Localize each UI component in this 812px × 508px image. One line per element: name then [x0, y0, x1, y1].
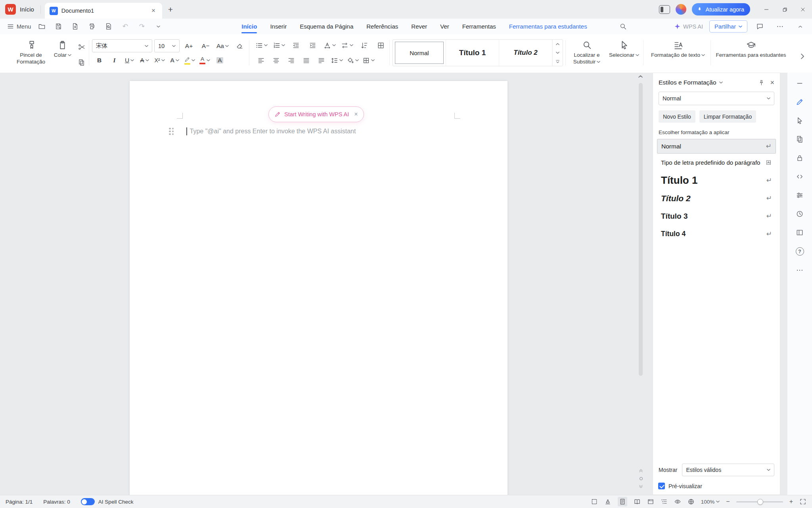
character-spacing-button[interactable]: [322, 39, 337, 51]
restore-button[interactable]: [776, 0, 794, 19]
tab-referencias[interactable]: Referências: [366, 19, 398, 34]
close-window-button[interactable]: [794, 0, 812, 19]
minimize-button[interactable]: [757, 0, 776, 19]
collapse-sidebar-icon[interactable]: [796, 79, 804, 87]
previous-page-icon[interactable]: [638, 468, 643, 473]
save-button[interactable]: [51, 21, 66, 32]
style-titulo-1[interactable]: Título 1: [446, 40, 499, 66]
collapse-ribbon-button[interactable]: [793, 21, 808, 32]
read-mode-button[interactable]: [634, 498, 641, 505]
paragraph-row[interactable]: Type "@ai" and press Enter to invoke the…: [169, 127, 356, 135]
shrink-font-button[interactable]: A−: [198, 40, 213, 52]
character-shading-button[interactable]: A: [213, 54, 227, 66]
browse-object-icon[interactable]: [640, 477, 643, 480]
history-clock-icon[interactable]: [796, 210, 804, 218]
select-cursor-icon[interactable]: [796, 117, 804, 125]
new-style-button[interactable]: Novo Estilo: [659, 110, 695, 123]
grow-font-button[interactable]: A+: [182, 40, 196, 52]
justify-button[interactable]: [299, 54, 314, 66]
style-item-titulo-2[interactable]: Título 2 ↵: [657, 189, 776, 207]
font-color-button[interactable]: A: [197, 54, 212, 66]
zoom-level-button[interactable]: 100%: [701, 499, 720, 505]
style-item-titulo-1[interactable]: Título 1 ↵: [657, 171, 776, 189]
dismiss-ai-pill-icon[interactable]: ×: [354, 111, 358, 118]
clear-format-button[interactable]: [232, 40, 247, 52]
print-preview-button[interactable]: [101, 21, 116, 32]
close-tab-icon[interactable]: ×: [149, 7, 157, 15]
gallery-scroll-up[interactable]: [553, 40, 563, 48]
next-page-icon[interactable]: [638, 484, 643, 489]
align-center-button[interactable]: [269, 54, 283, 66]
tab-ver[interactable]: Ver: [440, 19, 449, 34]
strikethrough-button[interactable]: A: [137, 54, 152, 66]
search-button[interactable]: [615, 21, 631, 32]
font-family-select[interactable]: 宋体: [92, 39, 152, 52]
style-normal[interactable]: Normal: [393, 40, 446, 66]
update-now-button[interactable]: Atualizar agora: [692, 3, 750, 15]
underline-button[interactable]: U: [122, 54, 137, 66]
page-indicator[interactable]: Página: 1/1: [6, 499, 33, 505]
align-right-button[interactable]: [284, 54, 299, 66]
comments-button[interactable]: [752, 21, 768, 32]
open-button[interactable]: [34, 21, 50, 32]
language-button[interactable]: [688, 498, 695, 505]
document-tab[interactable]: W Documento1 ×: [45, 3, 162, 19]
chevron-down-icon[interactable]: [719, 81, 723, 84]
tab-inserir[interactable]: Inserir: [270, 19, 287, 34]
ai-spellcheck-toggle[interactable]: [81, 498, 95, 505]
italic-button[interactable]: I: [107, 54, 122, 66]
zoom-slider[interactable]: [736, 501, 783, 502]
bold-button[interactable]: B: [92, 54, 107, 66]
drag-handle-icon[interactable]: [169, 128, 174, 135]
select-button[interactable]: Selecionar: [607, 34, 642, 59]
sort-button[interactable]: [357, 39, 372, 51]
new-tab-button[interactable]: +: [165, 4, 176, 15]
gallery-more-button[interactable]: [553, 57, 563, 66]
print-layout-view-button[interactable]: [618, 497, 627, 506]
cut-button[interactable]: [74, 41, 89, 53]
change-case-button[interactable]: Aa: [215, 40, 230, 52]
font-size-select[interactable]: 10: [154, 39, 180, 52]
workspace-icon[interactable]: [659, 5, 670, 14]
decrease-indent-button[interactable]: [289, 39, 303, 51]
paste-button[interactable]: Colar: [54, 34, 71, 68]
increase-indent-button[interactable]: [305, 39, 320, 51]
numbered-list-button[interactable]: [271, 39, 287, 51]
tab-inicio[interactable]: Início: [241, 19, 257, 34]
redo-button[interactable]: ↷: [134, 21, 149, 32]
ink-tool-button[interactable]: [604, 498, 611, 505]
show-styles-select[interactable]: Estilos válidos: [682, 464, 774, 476]
quick-access-dropdown[interactable]: [151, 21, 166, 32]
more-tools-icon[interactable]: [796, 266, 804, 274]
ribbon-expand-button[interactable]: [798, 51, 807, 62]
avatar[interactable]: [676, 4, 686, 15]
pin-icon[interactable]: [758, 79, 765, 86]
style-item-default-font[interactable]: Tipo de letra predefinido do parágrafo: [657, 154, 776, 171]
export-button[interactable]: [67, 21, 83, 32]
style-item-normal[interactable]: Normal ↵: [657, 139, 776, 154]
share-button[interactable]: Partilhar: [709, 20, 747, 33]
highlight-button[interactable]: [182, 54, 197, 66]
zoom-slider-thumb[interactable]: [757, 499, 763, 505]
fullscreen-button[interactable]: [799, 498, 806, 505]
current-style-select[interactable]: Normal: [659, 92, 774, 105]
clear-formatting-button[interactable]: Limpar Formatação: [699, 110, 756, 123]
find-replace-button[interactable]: Localizar eSubstituir: [569, 34, 605, 65]
wps-ai-button[interactable]: WPS AI: [672, 23, 705, 30]
copy-button[interactable]: [74, 56, 89, 68]
word-count[interactable]: Palavras: 0: [43, 499, 70, 505]
vertical-scrollbar[interactable]: [638, 75, 644, 493]
settings-sliders-icon[interactable]: [796, 191, 804, 199]
main-menu-button[interactable]: Menu: [5, 21, 33, 32]
align-left-button[interactable]: [254, 54, 268, 66]
zoom-in-button[interactable]: +: [789, 498, 793, 505]
distribute-button[interactable]: [314, 54, 329, 66]
format-painter-button[interactable]: Pincel deFormatação: [10, 34, 52, 65]
zoom-out-button[interactable]: −: [726, 498, 730, 505]
shading-button[interactable]: [345, 54, 360, 66]
navigation-panes-icon[interactable]: [796, 229, 804, 237]
line-spacing-button[interactable]: [329, 54, 345, 66]
help-icon[interactable]: ?: [796, 247, 804, 256]
scroll-up-button[interactable]: [638, 75, 643, 78]
tab-rever[interactable]: Rever: [411, 19, 427, 34]
